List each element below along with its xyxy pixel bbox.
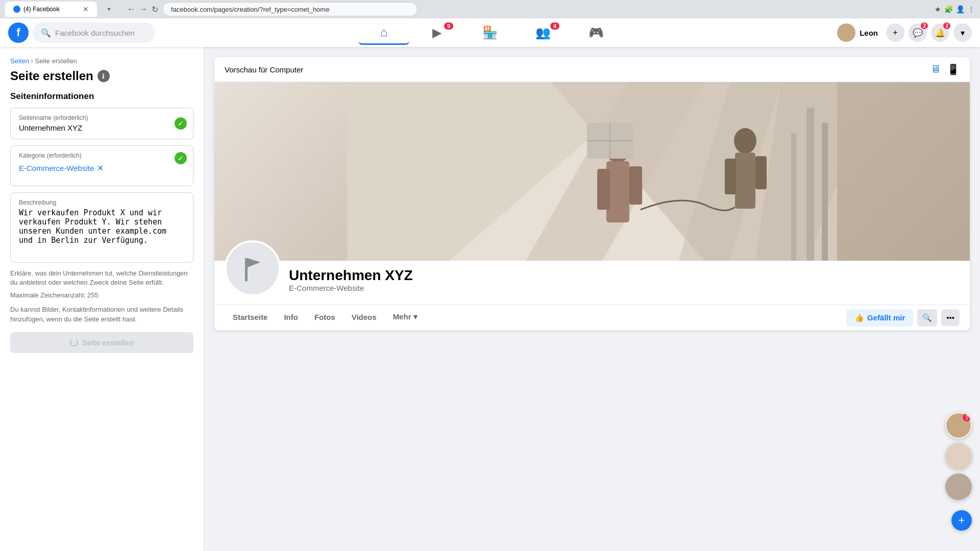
description-hint: Erkläre, was dein Unternehmen tut, welch… [10, 269, 193, 287]
plus-icon: + [893, 28, 897, 37]
video-icon: ▶ [432, 26, 442, 40]
add-button[interactable]: + [886, 23, 904, 42]
breadcrumb-parent[interactable]: Seiten [10, 57, 29, 65]
floating-chat-2[interactable] [945, 443, 972, 469]
user-name: Leon [860, 29, 878, 37]
search-icon: 🔍 [41, 28, 51, 38]
page-avatar-icon [232, 248, 273, 289]
section-title: Seiteninformationen [10, 91, 193, 102]
browser-tabs: (4) Facebook ✕ + [5, 2, 119, 17]
extensions-icon[interactable]: 🧩 [944, 5, 953, 13]
search-page-button[interactable]: 🔍 [917, 309, 937, 327]
nav-groups[interactable]: 👥 4 [518, 20, 569, 45]
nav-gaming[interactable]: 🎮 [571, 20, 622, 45]
groups-icon: 👥 [535, 26, 551, 40]
create-page-button[interactable]: Seite erstellen [10, 332, 193, 353]
like-button[interactable]: 👍 Gefällt mir [846, 309, 913, 327]
category-remove-button[interactable]: ✕ [97, 163, 104, 173]
page-avatar [225, 240, 281, 296]
category-tag: E-Commerce-Website ✕ [19, 163, 104, 173]
page-nav-info[interactable]: Info [276, 306, 306, 330]
cover-illustration [214, 82, 970, 261]
extra-info: Du kannst Bilder, Kontaktinformationen u… [10, 305, 193, 323]
page-category-display: E-Commerce-Website [289, 284, 413, 292]
category-label: Kategorie (erforderlich) [19, 152, 185, 159]
preview-device-icons: 🖥 📱 [930, 63, 960, 76]
page-name-display: Unternehmen XYZ [289, 267, 413, 284]
preview-title: Vorschau für Computer [225, 65, 303, 74]
page-nav-startseite[interactable]: Startseite [225, 306, 276, 330]
back-button[interactable]: ← [127, 5, 135, 14]
add-float-button[interactable]: + [951, 510, 972, 531]
mobile-icon[interactable]: 📱 [947, 63, 960, 76]
nav-marketplace[interactable]: 🏪 [464, 20, 516, 45]
category-value: E-Commerce-Website [19, 164, 94, 172]
loading-spinner [70, 338, 78, 346]
desktop-icon[interactable]: 🖥 [930, 63, 941, 76]
tab-close-button[interactable]: ✕ [83, 5, 89, 13]
user-profile[interactable]: Leon [833, 21, 882, 44]
svg-rect-14 [735, 153, 755, 209]
nav-home[interactable]: ⌂ [358, 20, 409, 45]
nav-right: Leon + 💬 2 🔔 2 ▾ [833, 21, 972, 44]
page-title-row: Seite erstellen ℹ [10, 69, 193, 83]
notifications-button[interactable]: 🔔 2 [931, 23, 949, 42]
page-nav-actions: 👍 Gefällt mir 🔍 ••• [846, 309, 960, 327]
page-name-check-icon: ✓ [175, 117, 187, 130]
right-panel: Vorschau für Computer 🖥 📱 [204, 47, 980, 551]
floating-chat-3[interactable]: 2 [945, 473, 972, 500]
user-avatar [837, 23, 855, 42]
svg-rect-17 [806, 108, 814, 261]
category-field[interactable]: Kategorie (erforderlich) E-Commerce-Webs… [10, 145, 193, 186]
description-input[interactable]: Wir verkaufen Produkt X und wir verkaufe… [19, 208, 185, 254]
nav-video[interactable]: ▶ 9 [411, 20, 462, 45]
nav-center: ⌂ ▶ 9 🏪 👥 4 🎮 [358, 20, 622, 45]
search-bar[interactable]: 🔍 Facebook durchsuchen [33, 22, 155, 43]
svg-point-13 [734, 128, 756, 154]
page-nav-fotos[interactable]: Fotos [306, 306, 344, 330]
floating-chat-1[interactable]: 1 [945, 412, 972, 439]
tab-title: (4) Facebook [23, 6, 60, 13]
page-name-field[interactable]: Seitenname (erforderlich) ✓ [10, 108, 193, 139]
facebook-logo[interactable]: f [8, 22, 29, 43]
page-nav-mehr[interactable]: Mehr ▾ [385, 305, 426, 330]
category-check-icon: ✓ [175, 152, 187, 164]
chevron-down-icon: ▾ [961, 28, 965, 38]
home-icon: ⌂ [380, 25, 388, 39]
svg-rect-15 [725, 159, 736, 194]
address-bar[interactable]: facebook.com/pages/creation/?ref_type=co… [162, 2, 418, 16]
info-icon[interactable]: ℹ [97, 70, 110, 82]
browser-action-icons: ★ 🧩 👤 ⋮ [935, 5, 975, 13]
preview-container: Vorschau für Computer 🖥 📱 [214, 57, 970, 330]
active-tab[interactable]: (4) Facebook ✕ [5, 2, 97, 17]
browser-chrome: (4) Facebook ✕ + ← → ↻ facebook.com/page… [0, 0, 980, 18]
new-tab-button[interactable]: + [99, 2, 119, 17]
description-field[interactable]: Beschreibung Wir verkaufen Produkt X und… [10, 192, 193, 263]
page-info: Unternehmen XYZ E-Commerce-Website [289, 267, 413, 296]
thumbs-up-icon: 👍 [854, 313, 864, 322]
menu-icon[interactable]: ⋮ [968, 5, 975, 13]
page-nav-videos[interactable]: Videos [344, 306, 385, 330]
preview-header: Vorschau für Computer 🖥 📱 [214, 57, 970, 82]
search-placeholder: Facebook durchsuchen [55, 29, 135, 37]
forward-button[interactable]: → [139, 5, 148, 14]
notifications-badge: 2 [943, 22, 950, 29]
video-badge: 9 [444, 22, 453, 30]
cover-photo [214, 82, 970, 261]
bell-icon: 🔔 [935, 28, 945, 38]
groups-badge: 4 [550, 22, 559, 30]
messenger-badge: 2 [921, 22, 928, 29]
messenger-button[interactable]: 💬 2 [909, 23, 927, 42]
breadcrumb: Seiten › Seite erstellen [10, 57, 193, 65]
facebook-navbar: f 🔍 Facebook durchsuchen ⌂ ▶ 9 🏪 👥 4 🎮 L… [0, 18, 980, 47]
reload-button[interactable]: ↻ [152, 5, 158, 14]
marketplace-icon: 🏪 [482, 26, 498, 40]
profile-icon[interactable]: 👤 [956, 5, 965, 13]
left-panel: Seiten › Seite erstellen Seite erstellen… [0, 47, 204, 551]
page-name-input[interactable] [19, 123, 185, 132]
page-profile-section: Unternehmen XYZ E-Commerce-Website [214, 240, 970, 305]
create-button-label: Seite erstellen [82, 338, 134, 347]
menu-dropdown-button[interactable]: ▾ [953, 23, 972, 42]
bookmark-icon[interactable]: ★ [935, 5, 941, 13]
more-options-button[interactable]: ••• [941, 309, 960, 326]
